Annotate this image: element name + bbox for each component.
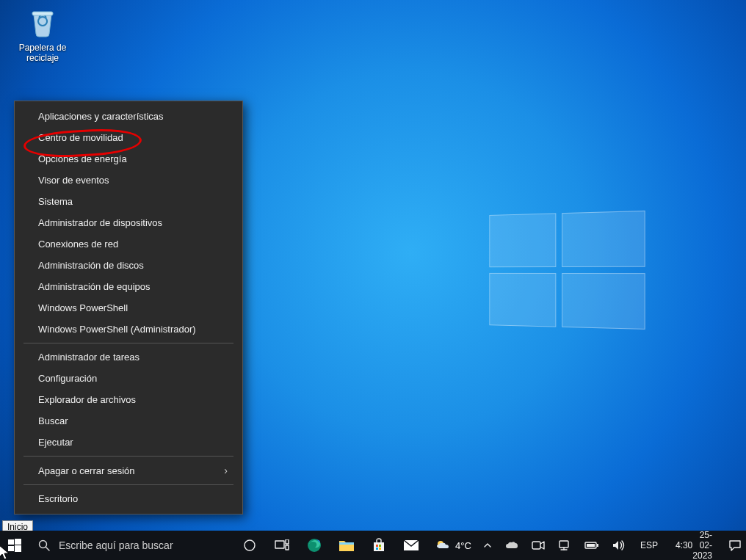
task-view-button[interactable] bbox=[266, 531, 298, 560]
context-menu-item-label: Escritorio bbox=[38, 493, 78, 504]
system-tray: ESP 4:30 25-02-2023 bbox=[479, 531, 746, 560]
taskbar: Escribe aquí para buscar bbox=[0, 531, 746, 560]
context-menu-item-label: Administración de equipos bbox=[38, 281, 150, 292]
context-menu-item[interactable]: Explorador de archivos bbox=[15, 389, 242, 410]
context-menu-item-label: Sistema bbox=[38, 196, 73, 207]
context-menu-item[interactable]: Administración de discos bbox=[15, 255, 242, 276]
context-menu-item[interactable]: Sistema bbox=[15, 191, 242, 212]
tray-network[interactable] bbox=[555, 531, 574, 560]
context-menu-item-label: Opciones de energía bbox=[38, 153, 127, 164]
taskbar-app-store[interactable] bbox=[363, 531, 395, 560]
clock-time: 4:30 bbox=[676, 540, 692, 550]
context-menu-item-label: Aplicaciones y características bbox=[38, 111, 164, 122]
context-menu-item[interactable]: Administrador de tareas bbox=[15, 346, 242, 368]
context-menu-item-label: Ejecutar bbox=[38, 437, 73, 448]
svg-rect-2 bbox=[15, 539, 21, 545]
volume-icon bbox=[612, 540, 626, 550]
task-view-icon bbox=[275, 539, 289, 551]
svg-rect-25 bbox=[587, 544, 595, 547]
search-icon bbox=[38, 539, 50, 551]
cortana-icon bbox=[243, 539, 256, 552]
file-explorer-icon bbox=[338, 538, 355, 553]
svg-rect-15 bbox=[376, 548, 378, 550]
desktop[interactable]: Papelera de reciclaje Aplicaciones y car… bbox=[0, 0, 746, 560]
context-menu-separator bbox=[23, 343, 233, 343]
taskbar-pinned-apps bbox=[233, 531, 427, 560]
start-context-menu: Aplicaciones y característicasCentro de … bbox=[14, 101, 243, 514]
tray-clock[interactable]: 4:30 25-02-2023 bbox=[670, 531, 718, 560]
camera-icon bbox=[532, 540, 545, 550]
tray-battery[interactable] bbox=[582, 531, 602, 560]
svg-rect-4 bbox=[15, 545, 21, 552]
context-menu-item[interactable]: Apagar o cerrar sesión› bbox=[15, 459, 242, 481]
windows-logo-wallpaper bbox=[489, 211, 648, 332]
action-center-icon bbox=[728, 539, 742, 551]
svg-rect-1 bbox=[8, 539, 14, 545]
context-menu-separator bbox=[23, 484, 233, 485]
chevron-right-icon: › bbox=[224, 465, 228, 476]
taskbar-search[interactable]: Escribe aquí para buscar bbox=[29, 531, 233, 560]
context-menu-item[interactable]: Escritorio bbox=[15, 488, 242, 509]
context-menu-item-label: Administración de discos bbox=[38, 260, 144, 271]
recycle-bin-icon bbox=[25, 4, 60, 40]
onedrive-icon bbox=[505, 540, 518, 550]
context-menu-separator bbox=[23, 456, 233, 457]
context-menu-item[interactable]: Administrador de dispositivos bbox=[15, 212, 242, 233]
context-menu-item[interactable]: Conexiones de red bbox=[15, 233, 242, 255]
clock-date: 25-02-2023 bbox=[692, 530, 712, 560]
svg-rect-9 bbox=[286, 539, 289, 544]
svg-rect-12 bbox=[339, 542, 354, 545]
weather-icon bbox=[435, 539, 451, 552]
context-menu-item-label: Configuración bbox=[38, 373, 97, 384]
tray-onedrive[interactable] bbox=[502, 531, 521, 560]
tray-language[interactable]: ESP bbox=[636, 531, 662, 560]
battery-icon bbox=[584, 541, 599, 550]
context-menu-item[interactable]: Opciones de energía bbox=[15, 148, 242, 170]
svg-rect-20 bbox=[560, 541, 568, 548]
tray-action-center[interactable] bbox=[725, 531, 745, 560]
svg-point-7 bbox=[245, 540, 255, 550]
svg-rect-13 bbox=[376, 545, 378, 547]
context-menu-item[interactable]: Administración de equipos bbox=[15, 276, 242, 297]
context-menu-item-label: Buscar bbox=[38, 415, 68, 426]
tray-meet-now[interactable] bbox=[529, 531, 548, 560]
context-menu-item-label: Administrador de tareas bbox=[38, 352, 140, 363]
svg-rect-14 bbox=[379, 545, 381, 547]
mail-icon bbox=[403, 539, 419, 551]
taskbar-app-explorer[interactable] bbox=[330, 531, 363, 560]
context-menu-item[interactable]: Configuración bbox=[15, 368, 242, 389]
context-menu-item-label: Conexiones de red bbox=[38, 239, 118, 250]
weather-temp: 4°C bbox=[455, 540, 471, 551]
context-menu-item-label: Centro de movilidad bbox=[38, 132, 123, 143]
svg-point-5 bbox=[39, 541, 46, 548]
context-menu-item-label: Windows PowerShell (Administrador) bbox=[38, 324, 196, 335]
cortana-button[interactable] bbox=[233, 531, 266, 560]
store-icon bbox=[372, 538, 386, 553]
context-menu-item-label: Explorador de archivos bbox=[38, 394, 136, 405]
svg-rect-16 bbox=[379, 548, 381, 550]
context-menu-item[interactable]: Ejecutar bbox=[15, 432, 242, 453]
taskbar-app-edge[interactable] bbox=[298, 531, 330, 560]
desktop-icon-label: Papelera de reciclaje bbox=[13, 43, 72, 63]
context-menu-item[interactable]: Windows PowerShell bbox=[15, 297, 242, 319]
context-menu-item-label: Visor de eventos bbox=[38, 175, 109, 186]
svg-line-6 bbox=[46, 548, 49, 551]
taskbar-app-mail[interactable] bbox=[395, 531, 427, 560]
svg-rect-10 bbox=[286, 545, 289, 550]
tray-overflow-button[interactable] bbox=[480, 531, 495, 560]
search-placeholder: Escribe aquí para buscar bbox=[59, 539, 173, 551]
context-menu-item-label: Apagar o cerrar sesión bbox=[38, 465, 135, 476]
taskbar-weather[interactable]: 4°C bbox=[427, 531, 479, 560]
desktop-icon-recycle-bin[interactable]: Papelera de reciclaje bbox=[13, 4, 72, 63]
context-menu-item[interactable]: Buscar bbox=[15, 410, 242, 432]
context-menu-item-label: Administrador de dispositivos bbox=[38, 217, 162, 228]
network-icon bbox=[558, 540, 571, 550]
context-menu-item[interactable]: Aplicaciones y características bbox=[15, 106, 242, 127]
tray-volume[interactable] bbox=[609, 531, 629, 560]
svg-rect-8 bbox=[275, 541, 284, 548]
context-menu-item[interactable]: Visor de eventos bbox=[15, 170, 242, 191]
svg-rect-24 bbox=[597, 544, 598, 547]
svg-rect-19 bbox=[532, 542, 540, 549]
context-menu-item[interactable]: Centro de movilidad bbox=[15, 127, 242, 148]
context-menu-item[interactable]: Windows PowerShell (Administrador) bbox=[15, 319, 242, 340]
